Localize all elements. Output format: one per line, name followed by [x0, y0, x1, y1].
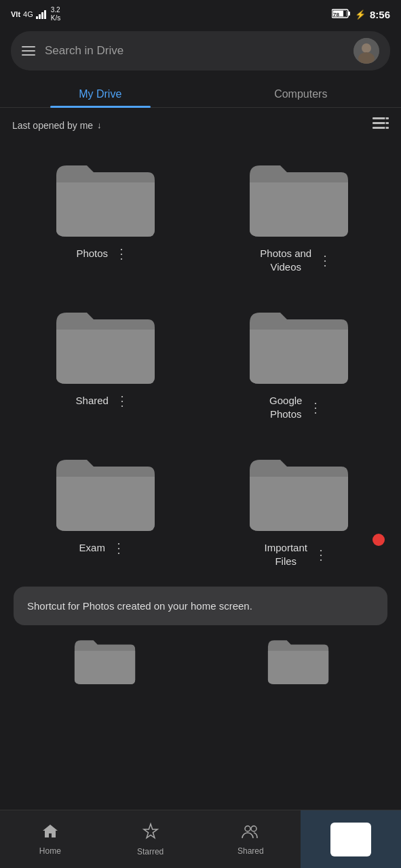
folder-more-button[interactable]: ⋮: [113, 394, 132, 408]
svg-point-10: [362, 43, 371, 53]
svg-rect-12: [373, 117, 389, 119]
speed-text: 3.2K/s: [51, 6, 60, 22]
folder-label-row: Photos and Videos ⋮: [208, 247, 388, 273]
starred-icon: [142, 823, 159, 844]
nav-label-home: Home: [39, 846, 61, 856]
status-bar: Vlt 4G 3.2K/s 78 ⚡ 8:56: [0, 0, 401, 27]
bottom-nav: Home Starred Shared: [0, 810, 401, 868]
svg-rect-7: [343, 10, 346, 16]
view-toggle-button[interactable]: [373, 117, 389, 133]
folder-more-button[interactable]: ⋮: [316, 254, 335, 267]
list-item[interactable]: Exam ⋮: [7, 434, 201, 581]
folder-grid-bottom: [0, 625, 401, 686]
folder-icon-photos-videos: [243, 152, 351, 240]
nav-item-files[interactable]: [301, 810, 401, 868]
home-icon: [41, 823, 59, 844]
search-bar[interactable]: Search in Drive: [11, 31, 390, 71]
nav-item-starred[interactable]: Starred: [100, 810, 201, 868]
folder-name: Shared: [76, 394, 109, 408]
folder-icon-important-files: [243, 446, 351, 534]
network-icon: 4G: [23, 10, 33, 18]
folder-name: Exam: [79, 541, 105, 555]
folder-name: Photos: [76, 247, 108, 260]
folder-icon-google-photos: [243, 299, 351, 387]
charging-icon: ⚡: [355, 9, 366, 20]
svg-point-18: [245, 826, 250, 831]
svg-rect-3: [44, 10, 46, 19]
svg-rect-0: [36, 16, 38, 19]
list-item-partial[interactable]: [7, 625, 201, 686]
toast-text: Shortcut for Photos created on your home…: [27, 600, 252, 612]
hamburger-icon[interactable]: [22, 46, 35, 56]
folder-more-button[interactable]: ⋮: [311, 548, 330, 561]
svg-point-19: [251, 826, 256, 831]
battery-text: 78: [332, 9, 351, 20]
nav-label-starred: Starred: [137, 847, 164, 856]
tab-my-drive[interactable]: My Drive: [0, 80, 201, 107]
list-item[interactable]: Shared ⋮: [7, 287, 201, 434]
folder-icon-exam: [50, 446, 158, 534]
folder-icon-partial: [50, 632, 158, 686]
folder-more-button[interactable]: ⋮: [112, 247, 131, 260]
folder-label-row: Important Files ⋮: [208, 541, 388, 568]
svg-rect-13: [373, 122, 389, 124]
folder-label-row: Shared ⋮: [14, 394, 194, 408]
carrier-text: Vlt: [11, 10, 20, 18]
folder-icon-partial: [243, 632, 351, 686]
content-area: Last opened by me ↓ P: [0, 108, 401, 754]
notification-badge: [373, 534, 385, 546]
list-item[interactable]: Important Files ⋮: [201, 434, 395, 581]
toast-message: Shortcut for Photos created on your home…: [14, 587, 387, 625]
svg-rect-14: [373, 127, 389, 129]
list-item[interactable]: Google Photos ⋮: [201, 287, 395, 434]
folder-name: Important Files: [265, 541, 307, 568]
search-placeholder[interactable]: Search in Drive: [45, 44, 344, 58]
folder-label-row: Google Photos ⋮: [208, 394, 388, 420]
svg-rect-16: [385, 122, 386, 124]
svg-rect-17: [385, 127, 386, 129]
svg-rect-2: [41, 12, 43, 19]
folder-label-row: Exam ⋮: [14, 541, 194, 555]
sort-bar: Last opened by me ↓: [0, 108, 401, 140]
tabs: My Drive Computers: [0, 80, 401, 108]
folder-grid: Photos ⋮ Photos and Videos ⋮: [0, 140, 401, 581]
list-item[interactable]: Photos ⋮: [7, 140, 201, 287]
folder-icon-shared: [50, 299, 158, 387]
files-icon: [330, 823, 371, 856]
battery-icon: 78: [332, 9, 351, 18]
svg-text:78: 78: [333, 12, 339, 18]
svg-rect-1: [39, 14, 41, 19]
sort-button[interactable]: Last opened by me ↓: [12, 120, 102, 131]
list-item-partial[interactable]: [201, 625, 395, 686]
list-item[interactable]: Photos and Videos ⋮: [201, 140, 395, 287]
folder-more-button[interactable]: ⋮: [306, 401, 325, 414]
nav-item-shared[interactable]: Shared: [201, 810, 301, 868]
svg-rect-6: [348, 12, 350, 16]
status-left: Vlt 4G 3.2K/s: [11, 6, 60, 22]
sort-label-text: Last opened by me: [12, 120, 93, 131]
tab-computers[interactable]: Computers: [201, 80, 402, 107]
svg-rect-15: [385, 117, 386, 119]
folder-icon-photos: [50, 152, 158, 240]
shared-icon: [241, 823, 260, 844]
user-avatar[interactable]: [354, 38, 379, 64]
folder-name: Google Photos: [269, 394, 302, 420]
sort-arrow-icon: ↓: [97, 120, 102, 130]
nav-item-home[interactable]: Home: [0, 810, 100, 868]
folder-label-row: Photos ⋮: [14, 247, 194, 260]
time-text: 8:56: [370, 9, 390, 20]
nav-label-shared: Shared: [237, 846, 264, 856]
folder-name: Photos and Videos: [260, 247, 311, 273]
status-right: 78 ⚡ 8:56: [332, 9, 390, 20]
folder-more-button[interactable]: ⋮: [109, 541, 128, 555]
signal-icon: [36, 9, 48, 19]
